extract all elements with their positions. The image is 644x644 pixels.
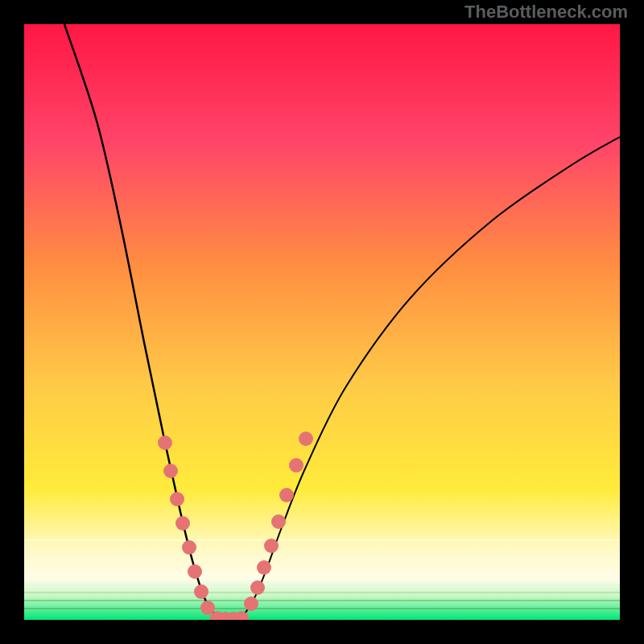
data-dot [175, 516, 190, 530]
data-dot [299, 431, 313, 446]
data-dot [188, 564, 202, 579]
data-dot [279, 488, 294, 502]
svg-rect-5 [24, 608, 620, 609]
gradient-background [24, 24, 620, 620]
chart-area [24, 24, 620, 620]
svg-rect-4 [24, 600, 620, 601]
svg-rect-3 [24, 592, 620, 593]
chart-svg [24, 24, 620, 620]
data-dot [170, 492, 184, 506]
svg-rect-0 [24, 533, 620, 535]
svg-rect-1 [24, 539, 620, 541]
data-dot [271, 514, 286, 529]
data-dot [257, 560, 271, 575]
data-dot [194, 584, 208, 599]
data-dot [289, 458, 303, 473]
data-dot [244, 597, 258, 611]
chart-container: TheBottleneck.com [0, 0, 644, 644]
data-dot [182, 540, 196, 555]
data-dot [264, 539, 279, 553]
svg-rect-2 [24, 584, 620, 585]
data-dot [250, 580, 265, 595]
watermark-text: TheBottleneck.com [464, 2, 628, 23]
data-dot [158, 436, 172, 450]
data-dot [163, 464, 178, 478]
